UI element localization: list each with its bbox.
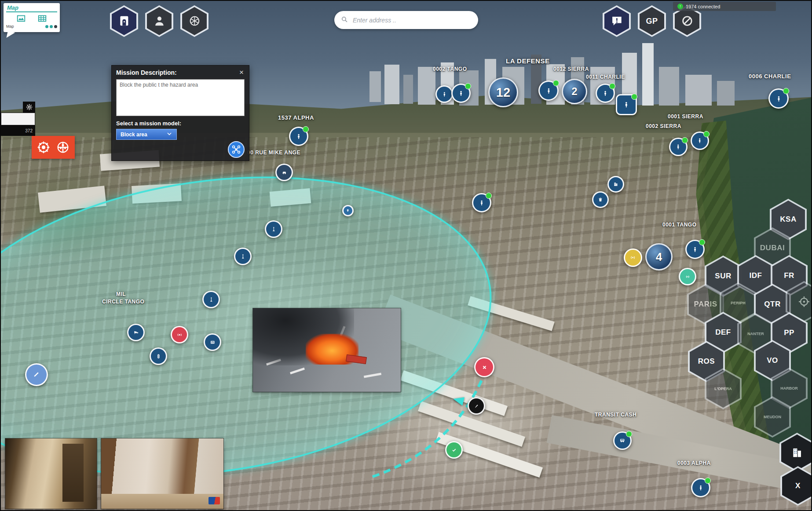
hex-label: PARIS — [694, 300, 717, 309]
cluster-4[interactable]: 4 — [645, 243, 673, 270]
map-label: CIRCLE TANGO — [102, 299, 144, 305]
poi-camera[interactable] — [127, 324, 145, 341]
online-status-dot — [486, 193, 492, 199]
mission-dialog-title: Mission Description: — [116, 69, 177, 76]
poi-traffic-light[interactable] — [150, 347, 167, 365]
broadcast-icon — [683, 272, 692, 281]
online-status-dot — [703, 131, 710, 137]
poi-speaker[interactable] — [624, 248, 642, 267]
emblem-icon — [182, 7, 207, 35]
camera-feed-2[interactable] — [101, 438, 223, 509]
hex-face — [781, 434, 812, 471]
incident-video-feed[interactable] — [253, 308, 401, 392]
map-panel-pager-dots[interactable] — [45, 25, 57, 28]
no-entry-icon — [675, 7, 699, 35]
building-icon — [611, 180, 620, 189]
hex-label: VO — [767, 356, 778, 365]
poi-bus[interactable] — [613, 431, 632, 450]
cluster-count: 4 — [656, 250, 662, 264]
unit-1537-alpha[interactable] — [289, 127, 308, 146]
unit-defense-3[interactable] — [616, 94, 637, 115]
settings-button[interactable] — [23, 102, 35, 113]
search-input[interactable] — [352, 16, 472, 24]
unit-defense-2[interactable] — [596, 84, 615, 103]
poi-broadcast[interactable] — [679, 268, 696, 285]
rosette-icon — [36, 140, 51, 155]
map-label: 0001 SIERRA — [668, 113, 703, 120]
unit-0001-sierra[interactable] — [691, 131, 709, 150]
unit-0006-charlie[interactable] — [768, 88, 789, 109]
cluster-2[interactable]: 2 — [562, 79, 587, 104]
map-label: 0006 CHARLIE — [749, 73, 791, 80]
hex-face: X — [782, 468, 812, 504]
map-label: 0003 ALPHA — [677, 460, 711, 466]
person-icon — [439, 89, 449, 99]
trash-icon — [596, 195, 605, 204]
online-status-dot — [553, 80, 559, 86]
cctv-icon — [131, 328, 140, 337]
draw-pencil[interactable] — [25, 363, 48, 386]
unit-center[interactable] — [472, 193, 491, 212]
hex-label: MEUDON — [764, 415, 781, 419]
alert-actions-button[interactable] — [32, 136, 75, 159]
unit-pair-b[interactable] — [451, 84, 471, 103]
person-icon — [621, 99, 632, 110]
antenna-2[interactable] — [234, 248, 252, 265]
online-status-dot — [783, 88, 789, 94]
camera-feed-1[interactable] — [5, 438, 97, 509]
address-search-bar — [334, 11, 478, 29]
unit-pair-a[interactable] — [435, 85, 453, 103]
traffic-light-icon — [154, 351, 163, 361]
zone-reject[interactable] — [474, 357, 494, 377]
hex-label: QTR — [764, 300, 780, 309]
antenna-1[interactable] — [265, 220, 282, 238]
drone-crosshair-icon — [55, 140, 70, 155]
cluster-12[interactable]: 12 — [488, 77, 518, 107]
online-status-dot — [682, 137, 688, 143]
poi-atm[interactable] — [204, 333, 221, 351]
send-mission-button[interactable] — [228, 141, 245, 158]
poi-building[interactable] — [607, 176, 624, 193]
poi-siren[interactable] — [171, 326, 188, 343]
hex-label: L'OPERA — [714, 387, 732, 391]
unit-0003-alpha[interactable] — [691, 478, 710, 497]
basemap-grid-button[interactable] — [35, 13, 50, 24]
map-label: 0011 CHARLIE — [586, 74, 625, 80]
map-label: 00 RUE MIKE ANGE — [247, 150, 300, 156]
counter-bar: 372 — [1, 125, 35, 136]
poi-pin[interactable] — [342, 205, 354, 216]
mission-description-textarea[interactable]: Block the public t the hazard area — [116, 79, 245, 116]
mission-description-dialog: Mission Description: × Block the public … — [111, 65, 249, 161]
close-icon[interactable]: × — [238, 68, 245, 77]
mission-model-label: Select a mission model: — [116, 120, 245, 127]
zone-accept[interactable] — [445, 441, 463, 459]
poi-vehicle[interactable] — [275, 164, 293, 181]
building-icon — [790, 445, 804, 460]
vendor-logo — [208, 497, 220, 504]
online-status-dot — [631, 94, 637, 100]
online-status-dot — [699, 239, 705, 245]
hex-label: SUR — [715, 272, 731, 281]
hex-label: HARBOR — [780, 386, 798, 391]
hex-label: IDF — [750, 271, 762, 280]
basemap-photo-button[interactable] — [14, 13, 29, 24]
connection-status-text: 1974 connected — [686, 4, 720, 9]
zone-edit[interactable] — [468, 397, 485, 415]
drone-icon — [231, 144, 241, 155]
antenna-3[interactable] — [202, 291, 220, 308]
gear-icon — [26, 103, 33, 111]
chat-alert-icon — [604, 7, 629, 35]
online-status-dot — [609, 83, 615, 89]
unit-0002-sierra[interactable] — [669, 138, 688, 156]
unit-0001-tango[interactable] — [685, 240, 705, 259]
mission-model-dropdown[interactable]: Block area — [116, 129, 177, 140]
unit-defense-1[interactable] — [538, 80, 559, 101]
antenna-icon — [269, 224, 278, 234]
timeline-input[interactable] — [1, 113, 35, 125]
online-status-dot — [626, 431, 632, 437]
person-icon — [695, 136, 705, 146]
map-label: 1537 ALPHA — [278, 114, 314, 121]
map-label: 0001 TANGO — [662, 222, 696, 228]
hex-label: PP — [784, 328, 794, 337]
poi-trash[interactable] — [592, 191, 609, 208]
